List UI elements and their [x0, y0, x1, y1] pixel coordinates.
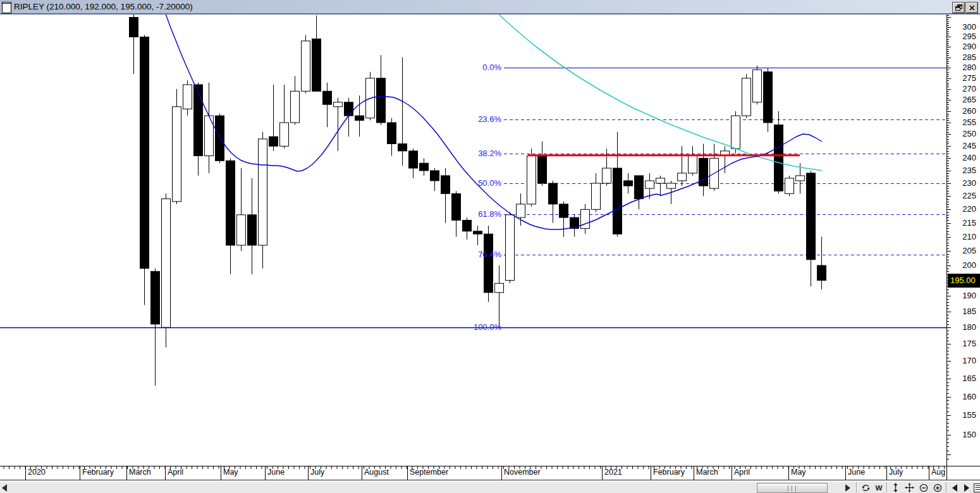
- candlestick: [474, 231, 482, 234]
- scroll-right-button[interactable]: [843, 483, 852, 492]
- close-button[interactable]: [965, 2, 978, 13]
- candlestick: [538, 156, 547, 183]
- properties-icon: [974, 484, 980, 492]
- y-axis-label: 255: [951, 118, 976, 127]
- candlestick: [452, 193, 461, 220]
- zoom-out-button[interactable]: [918, 482, 929, 493]
- next-icon: [964, 484, 969, 492]
- candlestick: [173, 107, 181, 202]
- vertical-zoom-button[interactable]: [890, 482, 901, 493]
- y-axis-label: 160: [951, 392, 976, 401]
- properties-button[interactable]: [974, 482, 980, 493]
- x-axis-month-label: March: [129, 468, 151, 477]
- candlestick: [162, 199, 171, 327]
- candlestick: [280, 123, 289, 146]
- candlestick: [302, 41, 310, 92]
- y-axis-label: 225: [951, 191, 976, 200]
- refresh-button[interactable]: [860, 482, 871, 493]
- x-axis-month-label: February: [82, 468, 114, 477]
- candlestick: [635, 176, 644, 199]
- y-axis-label: 270: [951, 84, 976, 94]
- zoom-in-icon: [933, 484, 942, 492]
- pan-icon: [905, 483, 914, 492]
- candlestick: [194, 85, 203, 156]
- candlestick: [248, 215, 257, 245]
- x-axis-month-label: September: [410, 468, 448, 477]
- y-axis-label: 205: [951, 246, 976, 255]
- window-icon: [2, 2, 11, 13]
- y-axis-label: 285: [951, 52, 976, 62]
- zoom-in-button[interactable]: [932, 482, 943, 493]
- candlestick: [613, 168, 622, 234]
- y-axis-label: 165: [951, 374, 976, 383]
- candlestick: [775, 125, 783, 192]
- candlestick: [624, 181, 633, 186]
- scroll-right-icon: [845, 484, 850, 492]
- candlestick: [237, 215, 246, 245]
- next-button[interactable]: [960, 482, 972, 493]
- x-axis-month-label: April: [734, 468, 750, 477]
- y-axis-label: 170: [951, 356, 976, 365]
- titlebar[interactable]: RIPLEY (210.000, 192.000, 195.000, -7.20…: [0, 0, 980, 14]
- x-axis-month-label: June: [267, 468, 285, 477]
- candlestick: [259, 139, 267, 245]
- toolbar-separator: [856, 482, 857, 492]
- fib-level-label: 23.6%: [462, 114, 501, 124]
- y-axis-label: 265: [951, 95, 976, 104]
- candlestick: [420, 163, 429, 171]
- y-axis-label: 280: [951, 63, 976, 72]
- restore-button[interactable]: [952, 2, 965, 13]
- candlestick: [807, 173, 816, 260]
- fib-level-label: 0.0%: [462, 63, 501, 72]
- candlestick: [291, 91, 300, 123]
- fib-level-label: 76.4%: [462, 250, 501, 259]
- close-icon: [969, 5, 975, 11]
- y-axis-label: 190: [951, 291, 976, 300]
- candlestick: [603, 168, 611, 183]
- application-window: { "window": { "title": "RIPLEY (210.000,…: [0, 0, 980, 493]
- candlestick: [785, 178, 794, 193]
- toolbar-separator: [886, 482, 888, 492]
- periodicity-weekly-button[interactable]: W: [873, 482, 885, 493]
- previous-button[interactable]: [949, 482, 960, 493]
- y-axis-label: 240: [951, 153, 976, 162]
- x-axis-month-label: April: [168, 468, 183, 477]
- candlestick: [699, 158, 708, 186]
- candlestick: [646, 181, 654, 188]
- scroll-left-button[interactable]: [1, 483, 9, 492]
- candlestick: [517, 204, 525, 217]
- candlestick: [355, 116, 364, 120]
- candlestick: [216, 116, 224, 161]
- y-axis-label: 155: [951, 410, 976, 420]
- candlestick: [183, 85, 192, 109]
- price-chart-canvas[interactable]: [0, 0, 980, 493]
- candlestick: [345, 102, 353, 116]
- y-axis-label: 260: [951, 106, 976, 116]
- x-axis-month-label: June: [848, 468, 865, 477]
- candlestick: [388, 123, 396, 143]
- candlestick: [753, 70, 762, 102]
- y-axis-label: 200: [951, 260, 976, 270]
- fib-level-label: 50.0%: [462, 178, 501, 188]
- pan-button[interactable]: [903, 482, 915, 493]
- last-price-tag: 195.00: [948, 274, 980, 288]
- candlestick: [312, 39, 321, 92]
- window-title: RIPLEY (210.000, 192.000, 195.000, -7.20…: [14, 2, 193, 11]
- x-axis-month-label: July: [889, 468, 903, 477]
- y-axis-label: 220: [951, 204, 976, 214]
- x-axis-month-label: November: [504, 468, 541, 477]
- refresh-icon: [862, 484, 870, 492]
- candlestick: [441, 176, 450, 193]
- x-axis-month-label: 2020: [28, 468, 46, 477]
- candlestick: [377, 78, 386, 123]
- candlestick: [226, 161, 235, 245]
- scrollbar-thumb[interactable]: [757, 483, 828, 493]
- candlestick: [527, 156, 536, 204]
- candlestick: [431, 171, 439, 181]
- y-axis-label: 245: [951, 141, 976, 150]
- candlestick: [269, 137, 278, 146]
- candlestick: [334, 102, 343, 107]
- candlestick: [818, 265, 826, 281]
- toolbar-separator: [946, 482, 947, 492]
- x-axis-month-label: Aug: [931, 468, 945, 477]
